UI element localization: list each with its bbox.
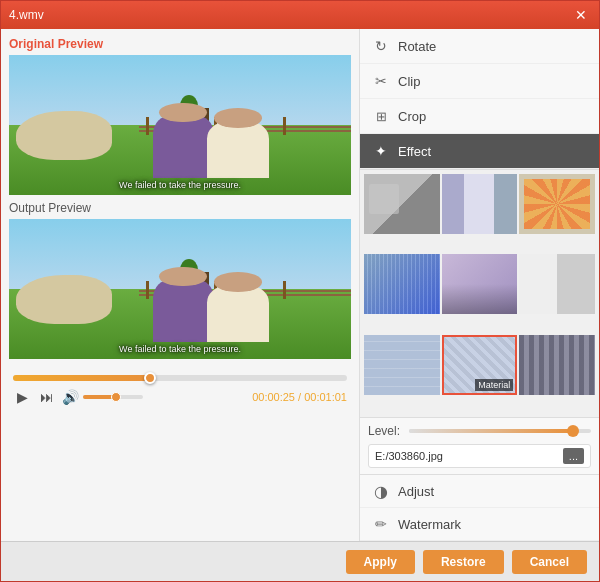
rotate-label: Rotate [398, 39, 436, 54]
watermark-icon: ✏ [372, 515, 390, 533]
out-fence-post-5 [283, 281, 286, 299]
tool-menu: ↻ Rotate ✂ Clip ⊞ Crop ✦ Effect [360, 29, 599, 170]
browse-button[interactable]: ... [563, 448, 584, 464]
horse [16, 111, 112, 160]
level-thumb[interactable] [567, 425, 579, 437]
out-person-white [207, 286, 269, 342]
playback-controls: ▶ ⏭ 🔊 00:00:25 / 00:01:01 [13, 387, 347, 407]
effect-icon: ✦ [372, 142, 390, 160]
out-person-hijab [153, 279, 215, 342]
output-video-scene: We failed to take the pressure. [9, 219, 351, 359]
progress-thumb[interactable] [144, 372, 156, 384]
original-video-scene: We failed to take the pressure. [9, 55, 351, 195]
output-preview-video: We failed to take the pressure. [9, 219, 351, 359]
output-subtitle: We failed to take the pressure. [119, 344, 241, 354]
tool-adjust[interactable]: ◑ Adjust [360, 475, 599, 508]
out-person-head-2 [214, 272, 262, 292]
level-section: Level: E:/303860.jpg ... [360, 417, 599, 474]
play-button[interactable]: ▶ [13, 387, 32, 407]
adjust-label: Adjust [398, 484, 434, 499]
file-path-text: E:/303860.jpg [375, 450, 559, 462]
effect-material-label: Material [475, 379, 513, 391]
progress-fill [13, 375, 150, 381]
effect-label: Effect [398, 144, 431, 159]
clip-label: Clip [398, 74, 420, 89]
effect-thumb-7[interactable] [364, 335, 440, 395]
close-button[interactable]: ✕ [571, 5, 591, 25]
effect-thumb-6[interactable] [519, 254, 595, 314]
person-head-2 [214, 108, 262, 128]
tool-effect[interactable]: ✦ Effect [360, 134, 599, 169]
current-time: 00:00:25 [252, 391, 295, 403]
original-preview-video: We failed to take the pressure. [9, 55, 351, 195]
effects-grid: Material [360, 170, 599, 417]
clip-icon: ✂ [372, 72, 390, 90]
main-window: 4.wmv ✕ Original Preview [0, 0, 600, 582]
progress-bar[interactable] [13, 375, 347, 381]
effect-thumb-8[interactable]: Material [442, 335, 518, 395]
crop-label: Crop [398, 109, 426, 124]
output-preview-label: Output Preview [9, 201, 351, 215]
right-panel: ↻ Rotate ✂ Clip ⊞ Crop ✦ Effect [359, 29, 599, 541]
footer: Apply Restore Cancel [1, 541, 599, 581]
volume-icon: 🔊 [62, 389, 79, 405]
original-preview-label: Original Preview [9, 37, 351, 51]
effect-thumb-3[interactable] [519, 174, 595, 234]
person-white [207, 122, 269, 178]
effect-thumb-1[interactable] [364, 174, 440, 234]
fence-post-5 [283, 117, 286, 135]
cancel-button[interactable]: Cancel [512, 550, 587, 574]
window-title: 4.wmv [9, 8, 571, 22]
level-label: Level: [368, 424, 403, 438]
out-horse [16, 275, 112, 324]
bottom-tools: ◑ Adjust ✏ Watermark [360, 474, 599, 541]
output-label-text: Output Preview [9, 201, 91, 215]
crop-icon: ⊞ [372, 107, 390, 125]
progress-area: ▶ ⏭ 🔊 00:00:25 / 00:01:01 [9, 369, 351, 411]
effects-panel: Material Level: [360, 170, 599, 474]
level-slider[interactable] [409, 429, 591, 433]
effect-thumb-2[interactable] [442, 174, 518, 234]
out-fence-post-1 [146, 281, 149, 299]
original-subtitle: We failed to take the pressure. [119, 180, 241, 190]
level-fill [409, 429, 573, 433]
original-label-text: Original Preview [9, 37, 103, 51]
level-row: Level: [368, 424, 591, 438]
volume-thumb[interactable] [111, 392, 121, 402]
file-path-row: E:/303860.jpg ... [368, 444, 591, 468]
fence-post-1 [146, 117, 149, 135]
effect-thumb-9[interactable] [519, 335, 595, 395]
rotate-icon: ↻ [372, 37, 390, 55]
left-panel: Original Preview [1, 29, 359, 541]
restore-button[interactable]: Restore [423, 550, 504, 574]
tool-watermark[interactable]: ✏ Watermark [360, 508, 599, 541]
person-hijab [153, 115, 215, 178]
effect-thumb-4[interactable] [364, 254, 440, 314]
volume-slider[interactable] [83, 395, 143, 399]
tool-clip[interactable]: ✂ Clip [360, 64, 599, 99]
title-bar: 4.wmv ✕ [1, 1, 599, 29]
time-display: 00:00:25 / 00:01:01 [252, 391, 347, 403]
total-time: 00:01:01 [304, 391, 347, 403]
main-content: Original Preview [1, 29, 599, 541]
adjust-icon: ◑ [372, 482, 390, 500]
tool-crop[interactable]: ⊞ Crop [360, 99, 599, 134]
watermark-label: Watermark [398, 517, 461, 532]
effect-thumb-5[interactable] [442, 254, 518, 314]
apply-button[interactable]: Apply [346, 550, 415, 574]
next-frame-button[interactable]: ⏭ [36, 387, 58, 407]
tool-rotate[interactable]: ↻ Rotate [360, 29, 599, 64]
